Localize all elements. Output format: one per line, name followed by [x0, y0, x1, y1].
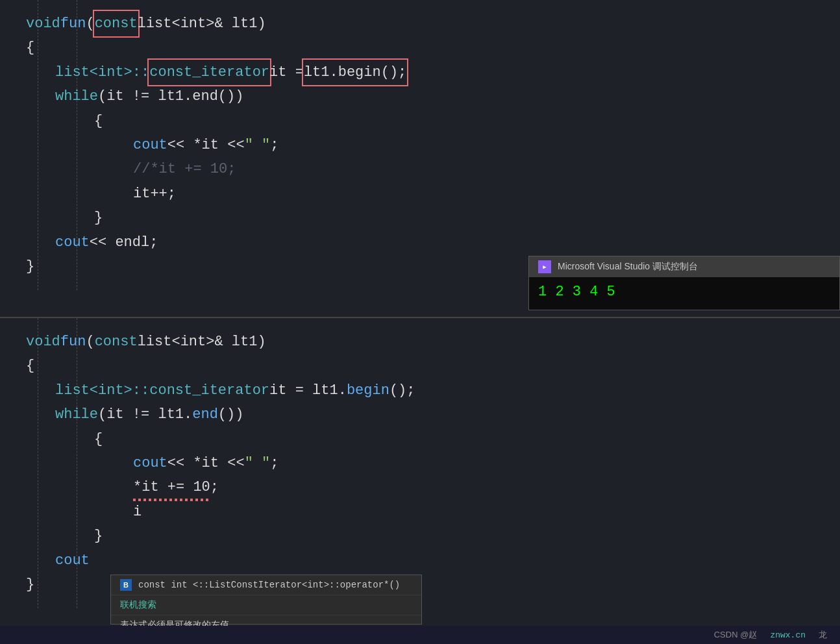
param-type: list<int>& lt1)	[138, 12, 266, 36]
tooltip-code-text: const int <::ListConstIterator<int>::ope…	[138, 580, 400, 590]
func-name: fun	[60, 12, 86, 36]
code-line-1: void fun ( const list<int>& lt1)	[19, 12, 840, 36]
keyword-const-iterator-highlighted: const_iterator	[149, 60, 269, 84]
bottom-code-line-7: *it += 10;	[19, 475, 840, 499]
bottom-code-block: void fun ( const list<int>& lt1) { list<…	[0, 318, 840, 608]
paren-open: (	[86, 12, 94, 36]
keyword-const-highlighted: const	[95, 12, 138, 36]
code-line-8: it++;	[19, 182, 840, 206]
tooltip-popup: B const int <::ListConstIterator<int>::o…	[110, 575, 422, 625]
debug-icon: ▶	[538, 260, 551, 273]
code-line-3: list<int>::const_iterator it = lt1.begin…	[19, 60, 840, 84]
top-code-block: void fun ( const list<int>& lt1) { list<…	[0, 0, 840, 290]
tooltip-row-1: B const int <::ListConstIterator<int>::o…	[111, 575, 421, 595]
user-label: 龙	[819, 629, 827, 641]
tooltip-link-1[interactable]: 联机搜索	[120, 599, 156, 611]
debug-title-bar: ▶ Microsoft Visual Studio 调试控制台	[529, 256, 839, 277]
bottom-code-line-1: void fun ( const list<int>& lt1)	[19, 330, 840, 354]
bottom-status-bar: CSDN @赵 znwx.cn 龙	[0, 626, 840, 644]
site-link: znwx.cn	[770, 630, 806, 640]
code-line-2: {	[19, 36, 840, 60]
bottom-code-line-2: {	[19, 354, 840, 378]
keyword-lt1-begin-highlighted: lt1.begin();	[304, 60, 406, 84]
bottom-code-line-4: while (it != lt1. end ())	[19, 402, 840, 427]
bottom-code-line-10: cout	[19, 549, 840, 573]
debug-console: ▶ Microsoft Visual Studio 调试控制台 1 2 3 4 …	[528, 256, 840, 310]
top-panel: void fun ( const list<int>& lt1) { list<…	[0, 0, 840, 318]
keyword-void: void	[26, 12, 60, 36]
code-line-7: //*it += 10;	[19, 157, 840, 181]
code-line-10: cout << endl;	[19, 230, 840, 254]
bottom-code-line-6: cout << *it << " " ;	[19, 451, 840, 475]
bottom-code-line-9: }	[19, 524, 840, 548]
bottom-panel: void fun ( const list<int>& lt1) { list<…	[0, 318, 840, 644]
bottom-code-line-3: list<int>::const_iterator it = lt1. begi…	[19, 378, 840, 402]
bottom-code-line-8: i	[19, 500, 840, 524]
bottom-code-line-5: {	[19, 427, 840, 451]
code-line-5: {	[19, 109, 840, 133]
code-line-6: cout << *it << " " ;	[19, 133, 840, 157]
code-line-4: while (it != lt1.end())	[19, 84, 840, 108]
svg-text:▶: ▶	[543, 264, 547, 271]
debug-output-text: 1 2 3 4 5	[538, 284, 615, 300]
debug-title-text: Microsoft Visual Studio 调试控制台	[558, 261, 698, 273]
csdn-label: CSDN @赵	[714, 629, 758, 641]
tooltip-icon-1: B	[120, 579, 132, 591]
code-line-9: }	[19, 206, 840, 230]
tooltip-row-2[interactable]: 联机搜索	[111, 595, 421, 615]
debug-output: 1 2 3 4 5	[529, 277, 839, 310]
